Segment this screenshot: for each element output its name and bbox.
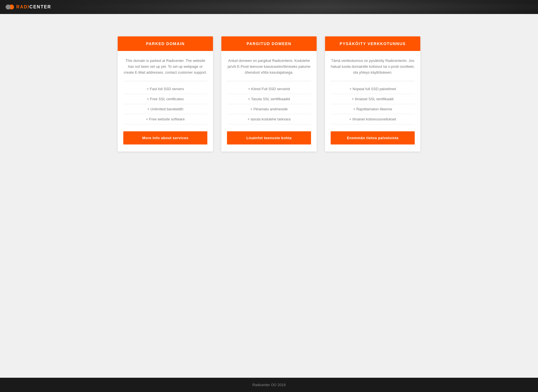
list-item: + Ilmaiset SSL sertifikaatit bbox=[331, 94, 415, 104]
logo-text: RADICENTER bbox=[16, 4, 51, 10]
card-et-features: + Kiired Full SSD serverid + Tasuta SSL … bbox=[227, 84, 311, 124]
list-item: + Kiired Full SSD serverid bbox=[227, 84, 311, 94]
logo-text-suffix: CENTER bbox=[29, 4, 51, 9]
footer-text: Radicenter OÜ 2019 bbox=[252, 383, 286, 387]
card-et-button[interactable]: Lisainfot teenuste kohta bbox=[227, 131, 311, 144]
card-fi-title: PYSÄKÖITY VERKKOTUNNUS bbox=[331, 41, 415, 46]
list-item: + Free SSL certificates bbox=[123, 94, 207, 104]
main-content: PARKED DOMAIN This domain is parked at R… bbox=[0, 14, 538, 378]
card-fi-button[interactable]: Enemmän tietoa palveluista bbox=[331, 131, 415, 144]
footer: Radicenter OÜ 2019 bbox=[0, 378, 538, 392]
list-item: + Free website software bbox=[123, 114, 207, 124]
card-en: PARKED DOMAIN This domain is parked at R… bbox=[118, 36, 213, 151]
card-en-button[interactable]: More Info about services bbox=[123, 131, 207, 144]
card-fi-features: + Nopeat full SSD palvelimet + Ilmaiset … bbox=[331, 84, 415, 124]
card-en-features: + Fast full SSD servers + Free SSL certi… bbox=[123, 84, 207, 124]
list-item: + tasuta kodulehe tarkvara bbox=[227, 114, 311, 124]
card-en-body: This domain is parked at Radicenter. The… bbox=[118, 51, 213, 151]
card-et-title: PARGITUD DOMEEN bbox=[227, 41, 311, 46]
card-en-header: PARKED DOMAIN bbox=[118, 36, 213, 51]
list-item: + Unlimited bandwidth bbox=[123, 104, 207, 114]
card-fi-body: Tämä verkkotunnus on pysäköity Radicente… bbox=[325, 51, 420, 151]
header: RADICENTER bbox=[0, 0, 538, 14]
logo-icon bbox=[6, 4, 14, 10]
card-et: PARGITUD DOMEEN Antud domeen on pargitud… bbox=[221, 36, 317, 151]
list-item: + Piiramatu andmeside bbox=[227, 104, 311, 114]
logo: RADICENTER bbox=[6, 4, 51, 10]
card-fi-header: PYSÄKÖITY VERKKOTUNNUS bbox=[325, 36, 420, 51]
logo-circles bbox=[6, 4, 14, 10]
cards-container: PARKED DOMAIN This domain is parked at R… bbox=[101, 36, 437, 151]
card-et-body: Antud domeen on pargitud Radicenteris. K… bbox=[221, 51, 317, 151]
card-fi: PYSÄKÖITY VERKKOTUNNUS Tämä verkkotunnus… bbox=[325, 36, 420, 151]
card-fi-description: Tämä verkkotunnus on pysäköity Radicente… bbox=[331, 58, 415, 81]
list-item: + Ilmaiset kotisivusovellukset bbox=[331, 114, 415, 124]
logo-text-prefix: RADI bbox=[16, 4, 29, 9]
list-item: + Rajoittamaton liikenne bbox=[331, 104, 415, 114]
card-en-description: This domain is parked at Radicenter. The… bbox=[123, 58, 207, 81]
card-et-description: Antud domeen on pargitud Radicenteris. K… bbox=[227, 58, 311, 81]
card-et-header: PARGITUD DOMEEN bbox=[221, 36, 317, 51]
circle-left-icon bbox=[6, 4, 11, 10]
list-item: + Tasuta SSL sertifikaadid bbox=[227, 94, 311, 104]
list-item: + Nopeat full SSD palvelimet bbox=[331, 84, 415, 94]
list-item: + Fast full SSD servers bbox=[123, 84, 207, 94]
card-en-title: PARKED DOMAIN bbox=[123, 41, 207, 46]
